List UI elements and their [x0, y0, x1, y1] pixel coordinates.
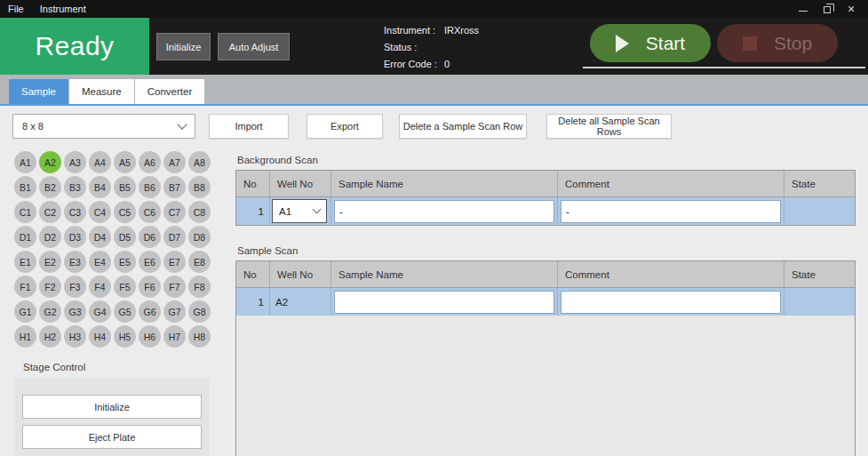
- well-B1[interactable]: B1: [14, 176, 36, 198]
- well-F5[interactable]: F5: [114, 276, 136, 298]
- sample-comment-input[interactable]: [561, 291, 781, 314]
- tab-sample[interactable]: Sample: [9, 79, 68, 104]
- well-G6[interactable]: G6: [139, 300, 161, 323]
- well-A1[interactable]: A1: [14, 151, 36, 173]
- auto-adjust-button[interactable]: Auto Adjust: [218, 33, 290, 60]
- well-D4[interactable]: D4: [89, 226, 111, 248]
- well-C8[interactable]: C8: [188, 201, 211, 223]
- menu-instrument[interactable]: Instrument: [32, 0, 94, 18]
- well-A3[interactable]: A3: [64, 151, 86, 173]
- stage-initialize-button[interactable]: Initialize: [22, 395, 202, 419]
- background-comment-input[interactable]: [561, 200, 781, 223]
- sample-state-cell: [784, 288, 855, 316]
- stop-button-label: Stop: [774, 33, 812, 54]
- well-B6[interactable]: B6: [139, 176, 161, 198]
- well-G3[interactable]: G3: [64, 300, 86, 323]
- well-H1[interactable]: H1: [14, 325, 36, 348]
- well-D1[interactable]: D1: [14, 226, 36, 248]
- well-C5[interactable]: C5: [114, 201, 136, 223]
- well-A8[interactable]: A8: [188, 151, 211, 173]
- well-E1[interactable]: E1: [14, 251, 36, 273]
- plate-format-value: 8 x 8: [22, 121, 44, 132]
- well-F4[interactable]: F4: [89, 276, 111, 298]
- background-state-cell: [784, 197, 855, 225]
- well-C1[interactable]: C1: [14, 201, 36, 223]
- well-E3[interactable]: E3: [64, 251, 86, 273]
- well-H5[interactable]: H5: [114, 325, 136, 348]
- well-G2[interactable]: G2: [39, 300, 61, 323]
- header-underline: [583, 67, 865, 68]
- well-F7[interactable]: F7: [163, 276, 186, 298]
- stop-icon: [743, 36, 757, 51]
- initialize-button[interactable]: Initialize: [156, 33, 211, 60]
- well-E5[interactable]: E5: [114, 251, 136, 273]
- well-H6[interactable]: H6: [139, 325, 161, 348]
- well-G4[interactable]: G4: [89, 300, 111, 323]
- instrument-status-display: Ready: [0, 18, 149, 75]
- well-F6[interactable]: F6: [139, 276, 161, 298]
- well-C2[interactable]: C2: [39, 201, 61, 223]
- well-A7[interactable]: A7: [163, 151, 186, 173]
- well-H4[interactable]: H4: [89, 325, 111, 348]
- well-A6[interactable]: A6: [139, 151, 161, 173]
- well-C6[interactable]: C6: [139, 201, 161, 223]
- well-H8[interactable]: H8: [188, 325, 211, 348]
- well-H3[interactable]: H3: [64, 325, 86, 348]
- well-F1[interactable]: F1: [14, 276, 36, 298]
- well-B7[interactable]: B7: [163, 176, 186, 198]
- well-B3[interactable]: B3: [64, 176, 86, 198]
- stop-button[interactable]: Stop: [717, 24, 838, 62]
- well-G5[interactable]: G5: [114, 300, 136, 323]
- sample-name-input[interactable]: [334, 291, 554, 314]
- restore-button[interactable]: [819, 2, 835, 16]
- well-F8[interactable]: F8: [188, 276, 211, 298]
- plate-format-select[interactable]: 8 x 8: [12, 114, 195, 139]
- close-button[interactable]: ×: [843, 2, 859, 16]
- background-well-no-select[interactable]: A1: [272, 199, 327, 223]
- well-E6[interactable]: E6: [139, 251, 161, 273]
- well-A2[interactable]: A2: [39, 151, 61, 173]
- tab-converter[interactable]: Converter: [135, 79, 205, 104]
- well-C7[interactable]: C7: [163, 201, 186, 223]
- sample-scan-table: No Well No Sample Name Comment State 1 A…: [235, 260, 856, 456]
- well-D5[interactable]: D5: [114, 226, 136, 248]
- restore-icon: [824, 6, 831, 13]
- well-A5[interactable]: A5: [114, 151, 136, 173]
- well-D7[interactable]: D7: [163, 226, 186, 248]
- well-D6[interactable]: D6: [139, 226, 161, 248]
- column-header-well-no: Well No: [270, 261, 331, 287]
- well-H2[interactable]: H2: [39, 325, 61, 348]
- tab-measure[interactable]: Measure: [69, 79, 134, 104]
- scan-tables-column: Background Scan No Well No Sample Name C…: [235, 106, 856, 456]
- eject-plate-button[interactable]: Eject Plate: [22, 425, 202, 449]
- well-E2[interactable]: E2: [39, 251, 61, 273]
- well-B5[interactable]: B5: [114, 176, 136, 198]
- sample-scan-title: Sample Scan: [237, 245, 298, 256]
- well-G8[interactable]: G8: [188, 300, 211, 323]
- well-F3[interactable]: F3: [64, 276, 86, 298]
- well-G7[interactable]: G7: [163, 300, 186, 323]
- background-sample-name-input[interactable]: [334, 200, 554, 223]
- well-H7[interactable]: H7: [163, 325, 186, 348]
- well-C3[interactable]: C3: [64, 201, 86, 223]
- well-E8[interactable]: E8: [188, 251, 211, 273]
- well-G1[interactable]: G1: [14, 300, 36, 323]
- minimize-button[interactable]: [795, 2, 811, 16]
- well-D2[interactable]: D2: [39, 226, 61, 248]
- background-scan-row: 1 A1: [236, 197, 855, 225]
- well-E4[interactable]: E4: [89, 251, 111, 273]
- well-B8[interactable]: B8: [188, 176, 211, 198]
- well-D3[interactable]: D3: [64, 226, 86, 248]
- background-scan-header: No Well No Sample Name Comment State: [236, 171, 855, 197]
- well-B4[interactable]: B4: [89, 176, 111, 198]
- menu-file[interactable]: File: [0, 0, 32, 18]
- well-D8[interactable]: D8: [188, 226, 211, 248]
- well-C4[interactable]: C4: [89, 201, 111, 223]
- column-header-comment: Comment: [558, 171, 784, 196]
- well-B2[interactable]: B2: [39, 176, 61, 198]
- start-button[interactable]: Start: [590, 24, 711, 62]
- well-F2[interactable]: F2: [39, 276, 61, 298]
- well-A4[interactable]: A4: [89, 151, 111, 173]
- well-E7[interactable]: E7: [163, 251, 186, 273]
- status-label: Status :: [384, 42, 442, 52]
